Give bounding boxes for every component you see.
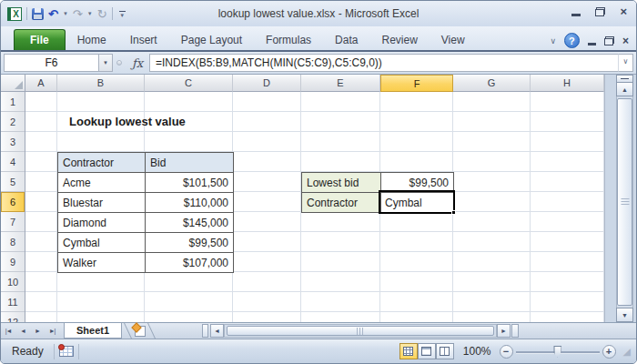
row-header-7[interactable]: 7 — [1, 212, 25, 232]
worksheet-title-text: Lookup lowest value — [69, 112, 186, 132]
vertical-split-handle[interactable] — [616, 75, 633, 83]
tab-file[interactable]: File — [14, 29, 66, 50]
row-header-11[interactable]: 11 — [1, 292, 25, 312]
minimize-workbook-icon[interactable] — [588, 43, 596, 46]
zoom-slider[interactable] — [516, 345, 600, 359]
cell-b5[interactable]: Acme — [58, 173, 146, 193]
row-header-12[interactable]: 12 — [1, 312, 25, 322]
last-sheet-icon[interactable]: ►| — [45, 323, 59, 339]
first-sheet-icon[interactable]: |◄ — [1, 323, 15, 339]
status-bar: Ready 100% − + ◢ — [1, 339, 636, 363]
cell-c8[interactable]: $99,500 — [146, 233, 234, 253]
gridline — [530, 92, 531, 322]
minimize-window-icon[interactable] — [571, 14, 581, 16]
cell-e5[interactable]: Lowest bid — [302, 173, 381, 193]
insert-worksheet-icon[interactable] — [135, 326, 146, 337]
help-icon[interactable]: ? — [564, 33, 580, 48]
close-workbook-icon[interactable]: × — [622, 35, 629, 47]
row-header-10[interactable]: 10 — [1, 272, 25, 292]
view-shortcuts — [399, 343, 454, 359]
expand-ribbon-icon[interactable]: ∨ — [550, 36, 556, 46]
page-layout-view-button[interactable] — [418, 343, 436, 359]
scroll-left-icon[interactable]: ◄ — [210, 324, 224, 338]
cell-c5[interactable]: $101,500 — [146, 173, 234, 193]
excel-window: X ↶▼ ↷▼ ↻ ▼ lookup lowest value.xlsx - M… — [0, 0, 637, 364]
cell-b7[interactable]: Diamond — [58, 213, 146, 233]
row-header-4[interactable]: 4 — [1, 152, 25, 172]
formula-input[interactable]: =INDEX(B5:B9,MATCH(MIN(C5:C9),C5:C9,0)) — [149, 54, 618, 72]
record-macro-icon[interactable] — [59, 346, 74, 357]
restore-workbook-icon[interactable] — [604, 36, 614, 46]
cell-b8[interactable]: Cymbal — [58, 233, 146, 253]
column-header-e[interactable]: E — [301, 75, 380, 92]
row-header-9[interactable]: 9 — [1, 252, 25, 272]
tab-insert[interactable]: Insert — [118, 29, 169, 50]
worksheet-grid: A B C D E F G H 1 2 3 4 5 6 7 8 9 10 11 … — [1, 75, 637, 322]
column-header-b[interactable]: B — [57, 75, 145, 92]
bid-table-header-contractor[interactable]: Contractor — [58, 153, 146, 173]
cell-c6[interactable]: $110,000 — [146, 193, 234, 213]
excel-app-icon[interactable]: X — [7, 7, 22, 21]
normal-view-button[interactable] — [399, 343, 418, 359]
row-header-8[interactable]: 8 — [1, 232, 25, 252]
zoom-in-button[interactable]: + — [602, 345, 616, 359]
tab-page-layout[interactable]: Page Layout — [169, 29, 254, 50]
scroll-up-icon[interactable]: ▲ — [616, 83, 633, 96]
resize-grip-icon[interactable]: ◢ — [623, 347, 631, 356]
expand-formula-bar-icon[interactable]: ∨ — [618, 54, 633, 72]
cell-b9[interactable]: Walker — [58, 253, 146, 273]
row-header-2[interactable]: 2 — [1, 112, 25, 132]
next-sheet-icon[interactable]: ► — [30, 323, 45, 339]
tab-review[interactable]: Review — [369, 29, 429, 50]
customize-qat-icon[interactable]: ▼ — [117, 11, 126, 17]
row-header-3[interactable]: 3 — [1, 132, 25, 152]
column-header-d[interactable]: D — [233, 75, 301, 92]
cell-e6[interactable]: Contractor — [302, 193, 381, 213]
separator — [112, 7, 113, 20]
cell-b6[interactable]: Bluestar — [58, 193, 146, 213]
scroll-right-icon[interactable]: ► — [497, 324, 511, 338]
tab-scrollbar-split-handle[interactable] — [202, 324, 208, 338]
tab-data[interactable]: Data — [323, 29, 369, 50]
title-bar: X ↶▼ ↷▼ ↻ ▼ lookup lowest value.xlsx - M… — [1, 1, 636, 26]
restore-window-icon[interactable] — [595, 7, 605, 16]
redo-dropdown-icon: ▼ — [87, 11, 93, 16]
name-box-dropdown-icon[interactable]: ▼ — [98, 54, 113, 72]
undo-icon[interactable]: ↶ — [48, 8, 58, 20]
tab-home[interactable]: Home — [66, 29, 118, 50]
tab-view[interactable]: View — [430, 29, 477, 50]
cell-f6-active[interactable]: Cymbal — [381, 193, 454, 213]
page-break-view-button[interactable] — [436, 343, 454, 359]
undo-dropdown-icon[interactable]: ▼ — [63, 11, 68, 16]
bid-table-header-bid[interactable]: Bid — [146, 153, 234, 173]
insert-function-icon[interactable]: ƒx — [126, 54, 149, 72]
sheet-tab-sheet1[interactable]: Sheet1 — [64, 323, 122, 339]
cell-f5[interactable]: $99,500 — [381, 173, 454, 193]
name-box[interactable]: F6 — [4, 54, 98, 72]
horizontal-scrollbar-thumb[interactable] — [227, 326, 494, 336]
vertical-scrollbar-thumb[interactable] — [617, 98, 632, 306]
column-header-f-selected[interactable]: F — [380, 75, 453, 92]
zoom-out-button[interactable]: − — [500, 345, 513, 359]
close-window-icon[interactable]: × — [620, 6, 627, 17]
save-icon[interactable] — [32, 8, 44, 20]
vertical-scrollbar-track[interactable] — [616, 96, 633, 308]
column-header-g[interactable]: G — [453, 75, 531, 92]
zoom-level[interactable]: 100% — [463, 345, 491, 358]
zoom-slider-thumb[interactable] — [553, 346, 561, 358]
cell-c7[interactable]: $145,000 — [146, 213, 234, 233]
column-header-a[interactable]: A — [25, 75, 57, 92]
column-header-c[interactable]: C — [145, 75, 233, 92]
row-header-1[interactable]: 1 — [1, 92, 25, 112]
horizontal-split-handle[interactable] — [511, 324, 519, 338]
row-header-6-selected[interactable]: 6 — [1, 192, 25, 212]
page-break-view-icon — [440, 347, 450, 356]
scroll-down-icon[interactable]: ▼ — [616, 308, 633, 322]
row-header-5[interactable]: 5 — [1, 172, 25, 192]
horizontal-scrollbar-track[interactable] — [224, 324, 497, 338]
cell-c9[interactable]: $107,000 — [146, 253, 234, 273]
select-all-button[interactable] — [1, 75, 25, 92]
column-header-h[interactable]: H — [531, 75, 604, 92]
previous-sheet-icon[interactable]: ◄ — [15, 323, 30, 339]
tab-formulas[interactable]: Formulas — [254, 29, 323, 50]
